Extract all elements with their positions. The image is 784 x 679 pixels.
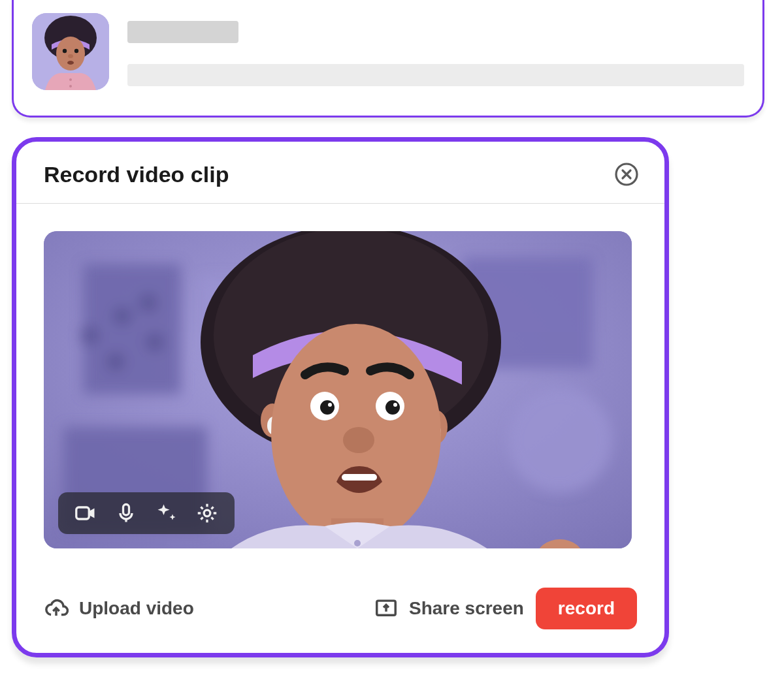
share-screen-icon bbox=[374, 596, 399, 621]
upload-video-label: Upload video bbox=[79, 598, 194, 619]
svg-rect-35 bbox=[342, 474, 377, 481]
svg-point-33 bbox=[393, 403, 397, 407]
item-card bbox=[12, 0, 764, 118]
skeleton-body bbox=[127, 64, 744, 86]
settings-button[interactable] bbox=[194, 500, 220, 526]
effects-button[interactable] bbox=[154, 500, 180, 526]
svg-point-32 bbox=[328, 403, 332, 407]
record-dialog: Record video clip bbox=[12, 137, 669, 657]
svg-point-37 bbox=[354, 540, 361, 546]
cloud-upload-icon bbox=[44, 596, 69, 621]
video-preview bbox=[44, 231, 632, 548]
camera-button[interactable] bbox=[73, 500, 99, 526]
sparkle-icon bbox=[155, 501, 178, 525]
svg-point-5 bbox=[68, 54, 73, 58]
record-button-label: record bbox=[558, 598, 615, 618]
dialog-body bbox=[16, 204, 664, 568]
preview-toolbar bbox=[58, 492, 235, 534]
svg-point-6 bbox=[67, 61, 74, 65]
svg-point-20 bbox=[139, 294, 157, 312]
mic-button[interactable] bbox=[113, 500, 139, 526]
item-text bbox=[127, 13, 744, 86]
svg-point-8 bbox=[69, 85, 72, 87]
camera-icon bbox=[74, 501, 97, 525]
svg-point-2 bbox=[56, 37, 85, 71]
gear-icon bbox=[195, 501, 219, 525]
svg-point-19 bbox=[80, 326, 99, 345]
dialog-title: Record video clip bbox=[44, 162, 229, 187]
dialog-footer: Upload video Share screen record bbox=[16, 568, 664, 653]
svg-point-14 bbox=[508, 388, 612, 492]
close-button[interactable] bbox=[613, 161, 640, 187]
svg-point-42 bbox=[204, 510, 210, 516]
upload-video-button[interactable]: Upload video bbox=[44, 596, 194, 621]
svg-point-31 bbox=[385, 400, 400, 415]
skeleton-title bbox=[127, 21, 238, 43]
svg-point-3 bbox=[63, 49, 67, 53]
svg-point-17 bbox=[146, 333, 164, 351]
share-screen-label: Share screen bbox=[409, 598, 524, 619]
svg-point-7 bbox=[69, 78, 72, 81]
svg-point-16 bbox=[113, 307, 131, 325]
svg-point-30 bbox=[320, 400, 335, 415]
avatar bbox=[32, 13, 109, 90]
close-icon bbox=[613, 161, 640, 187]
svg-rect-41 bbox=[123, 505, 129, 516]
svg-rect-11 bbox=[83, 264, 181, 394]
record-button[interactable]: record bbox=[536, 588, 637, 629]
svg-rect-40 bbox=[76, 507, 90, 519]
svg-point-18 bbox=[106, 353, 125, 371]
svg-point-4 bbox=[74, 49, 78, 53]
microphone-icon bbox=[114, 501, 138, 525]
share-screen-button[interactable]: Share screen bbox=[374, 596, 524, 621]
dialog-header: Record video clip bbox=[16, 142, 664, 204]
svg-point-34 bbox=[343, 427, 374, 453]
